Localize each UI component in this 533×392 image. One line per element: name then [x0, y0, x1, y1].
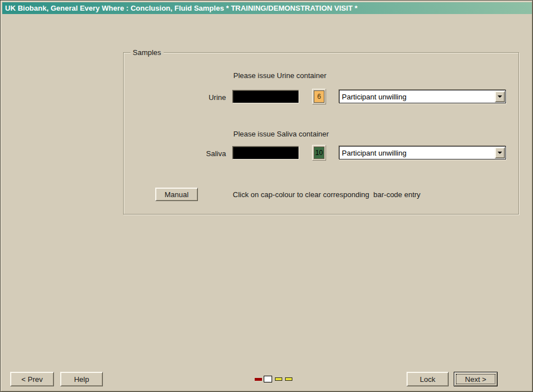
- saliva-cap-button[interactable]: 10: [312, 145, 326, 161]
- next-button[interactable]: Next >: [454, 372, 498, 386]
- prev-button[interactable]: < Prev: [10, 372, 54, 386]
- application-window: UK Biobank, General Every Where : Conclu…: [0, 0, 533, 392]
- urine-label: Urine: [202, 93, 226, 102]
- saliva-barcode-field[interactable]: [232, 146, 299, 159]
- urine-prompt: Please issue Urine container: [233, 71, 326, 80]
- manual-button[interactable]: Manual: [155, 188, 198, 201]
- saliva-cap-label: 10: [314, 147, 324, 159]
- saliva-combo-arrow-button[interactable]: [495, 147, 505, 158]
- samples-groupbox: Samples Please issue Urine container Uri…: [123, 52, 519, 215]
- help-button[interactable]: Help: [60, 372, 103, 386]
- urine-reason-value: Participant unwilling: [340, 93, 495, 101]
- chevron-down-icon: [498, 95, 502, 98]
- cap-instruction: Click on cap-colour to clear correspondi…: [233, 190, 421, 199]
- urine-reason-combobox[interactable]: Participant unwilling: [339, 90, 506, 103]
- saliva-label: Saliva: [202, 149, 226, 158]
- saliva-prompt: Please issue Saliva container: [233, 130, 329, 138]
- title-bar: UK Biobank, General Every Where : Conclu…: [2, 2, 532, 14]
- progress-dot: [285, 377, 292, 381]
- saliva-reason-combobox[interactable]: Participant unwilling: [339, 146, 506, 159]
- lock-button[interactable]: Lock: [406, 372, 449, 386]
- window-title: UK Biobank, General Every Where : Conclu…: [5, 4, 358, 12]
- saliva-reason-value: Participant unwilling: [340, 149, 495, 157]
- urine-cap-label: 6: [314, 90, 324, 103]
- progress-dot-current: [264, 376, 272, 382]
- chevron-down-icon: [498, 152, 502, 154]
- samples-group-label: Samples: [130, 48, 164, 57]
- urine-cap-button[interactable]: 6: [312, 89, 326, 104]
- progress-dot: [255, 378, 262, 381]
- urine-barcode-field[interactable]: [232, 90, 299, 103]
- progress-dot: [275, 377, 282, 381]
- urine-combo-arrow-button[interactable]: [495, 91, 505, 102]
